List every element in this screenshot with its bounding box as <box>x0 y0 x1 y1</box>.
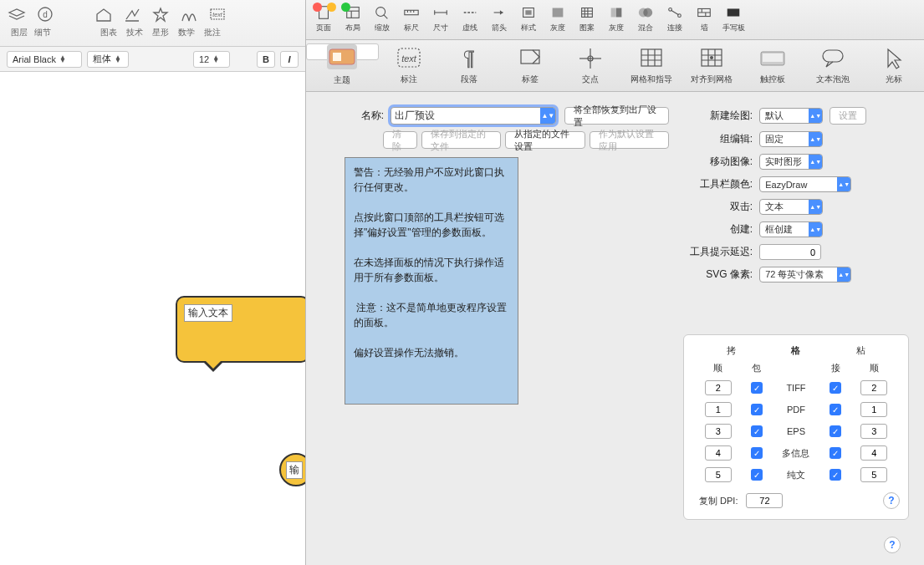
settings-extra-button[interactable]: 设置 <box>830 107 866 125</box>
annot-icon: text <box>394 43 424 72</box>
bubble1-text[interactable]: 输入文本 <box>184 304 232 322</box>
paste-check-2[interactable]: ✓ <box>830 425 841 437</box>
tab-cursor[interactable]: 光标 <box>864 43 925 91</box>
bold-button[interactable]: B <box>257 51 275 68</box>
detail-label: 细节 <box>34 28 51 37</box>
help-button-panel[interactable]: ? <box>884 537 901 553</box>
detail-icon[interactable]: d <box>33 3 57 25</box>
weight-select[interactable]: 粗体▲▼ <box>87 51 129 68</box>
tb1-gray2[interactable]: 灰度 <box>602 3 630 33</box>
layers-icon[interactable] <box>5 3 28 25</box>
svg-rect-22 <box>616 8 621 18</box>
copy-check-1[interactable]: ✓ <box>751 404 763 415</box>
tb1-connect[interactable]: 连接 <box>661 3 689 33</box>
combo-2[interactable]: 实时图形▲▼ <box>759 154 823 170</box>
tooltip-delay-input[interactable] <box>759 244 821 260</box>
as-default-button[interactable]: 作为默认设置应用 <box>590 131 669 149</box>
tech-icon[interactable] <box>120 3 144 25</box>
tab-annot[interactable]: text标注 <box>379 43 440 91</box>
tb1-arrow[interactable]: 箭头 <box>485 3 513 33</box>
tb1-zoom[interactable]: 缩放 <box>368 3 396 33</box>
tb1-wall[interactable]: 墙 <box>690 3 718 33</box>
tab-cross[interactable]: 交点 <box>560 43 621 91</box>
close-icon[interactable] <box>313 3 322 12</box>
tb1-ruler[interactable]: 标尺 <box>397 3 426 33</box>
tab-tag[interactable]: 标签 <box>500 43 561 91</box>
zoom-icon[interactable] <box>341 3 350 12</box>
gray-icon <box>548 3 568 22</box>
svg-rect-44 <box>823 50 843 62</box>
help-button-grid[interactable]: ? <box>883 492 900 509</box>
svg-rect-31 <box>333 53 341 61</box>
drawing-canvas[interactable]: 输入文本 输 <box>0 72 305 565</box>
name-combo[interactable]: 出厂预设▲▼ <box>391 107 556 125</box>
setting-label-3: 工具栏颜色: <box>677 177 753 191</box>
tb1-dash[interactable]: 虚线 <box>456 3 484 33</box>
copy-order-4[interactable] <box>705 467 732 482</box>
tab-snap[interactable]: 对齐到网格 <box>682 43 743 91</box>
tb1-dim[interactable]: 尺寸 <box>426 3 455 33</box>
connect-icon <box>665 3 685 22</box>
copy-order-1[interactable] <box>705 402 732 417</box>
tab-theme[interactable]: 主题 <box>306 43 379 60</box>
paste-check-3[interactable]: ✓ <box>830 447 841 459</box>
tb1-blend[interactable]: 混合 <box>631 3 660 33</box>
speech-bubble-1[interactable]: 输入文本 <box>176 296 309 363</box>
paste-check-0[interactable]: ✓ <box>830 382 841 394</box>
copy-order-3[interactable] <box>705 445 732 461</box>
setting-label-7: SVG 像素: <box>677 267 753 282</box>
from-file-button[interactable]: 从指定的文件设置 <box>505 131 585 149</box>
size-select[interactable]: 12▲▼ <box>193 51 230 68</box>
tb1-handwrite[interactable]: 手写板 <box>719 3 748 33</box>
col-paste-order: 顺 <box>848 359 900 377</box>
tab-para[interactable]: ¶段落 <box>439 43 500 91</box>
copy-dpi-input[interactable] <box>746 493 783 508</box>
layers-label: 图层 <box>11 28 28 37</box>
reset-all-button[interactable]: 将全部恢复到出厂设置 <box>564 107 669 125</box>
paste-order-4[interactable] <box>860 467 887 482</box>
paste-order-1[interactable] <box>860 402 887 417</box>
chart-icon[interactable] <box>92 3 115 25</box>
combo-3[interactable]: EazyDraw▲▼ <box>759 176 851 192</box>
tab-grid[interactable]: 网格和指导 <box>621 43 682 91</box>
col-format <box>769 359 822 377</box>
tb1-gray[interactable]: 灰度 <box>544 3 572 33</box>
setting-label-4: 双击: <box>677 200 753 214</box>
col-paste-accept: 接 <box>823 359 849 377</box>
combo-0[interactable]: 默认▲▼ <box>759 108 823 124</box>
theme-icon <box>327 44 357 69</box>
tab-trackpad[interactable]: 触控板 <box>743 43 804 91</box>
copy-check-4[interactable]: ✓ <box>751 469 763 481</box>
star-icon[interactable] <box>149 3 172 25</box>
annotation-icon[interactable]: text <box>206 3 229 25</box>
svg-text:¶: ¶ <box>464 47 475 69</box>
svg-rect-21 <box>611 8 616 18</box>
copy-check-3[interactable]: ✓ <box>751 447 763 459</box>
copy-order-0[interactable] <box>705 380 732 395</box>
svg-point-24 <box>643 8 652 18</box>
combo-1[interactable]: 固定▲▼ <box>759 131 823 147</box>
tb1-pattern[interactable]: 图案 <box>573 3 601 33</box>
copy-order-2[interactable] <box>705 424 732 439</box>
paste-order-3[interactable] <box>860 445 887 461</box>
tb1-style[interactable]: 样式 <box>514 3 543 33</box>
combo-5[interactable]: 框创建▲▼ <box>759 221 823 237</box>
clear-button[interactable]: 清除 <box>383 131 416 149</box>
copy-check-0[interactable]: ✓ <box>751 382 763 394</box>
tab-bubble[interactable]: 文本泡泡 <box>803 43 864 91</box>
svg-rect-20 <box>582 8 593 18</box>
save-to-file-button[interactable]: 保存到指定的文件 <box>421 131 501 149</box>
italic-button[interactable]: I <box>280 51 299 68</box>
paste-check-1[interactable]: ✓ <box>830 404 841 415</box>
combo-4[interactable]: 文本▲▼ <box>759 199 823 215</box>
paste-order-2[interactable] <box>860 424 887 439</box>
math-icon[interactable] <box>177 3 201 25</box>
combo-7[interactable]: 72 每英寸像素▲▼ <box>759 267 851 282</box>
paste-check-4[interactable]: ✓ <box>830 469 841 481</box>
font-select[interactable]: Arial Black▲▼ <box>7 51 82 68</box>
copy-check-2[interactable]: ✓ <box>751 425 763 437</box>
paste-order-0[interactable] <box>860 380 887 395</box>
minimize-icon[interactable] <box>327 3 336 12</box>
bubble2-text[interactable]: 输 <box>286 461 303 479</box>
svg-text:text: text <box>212 12 222 18</box>
